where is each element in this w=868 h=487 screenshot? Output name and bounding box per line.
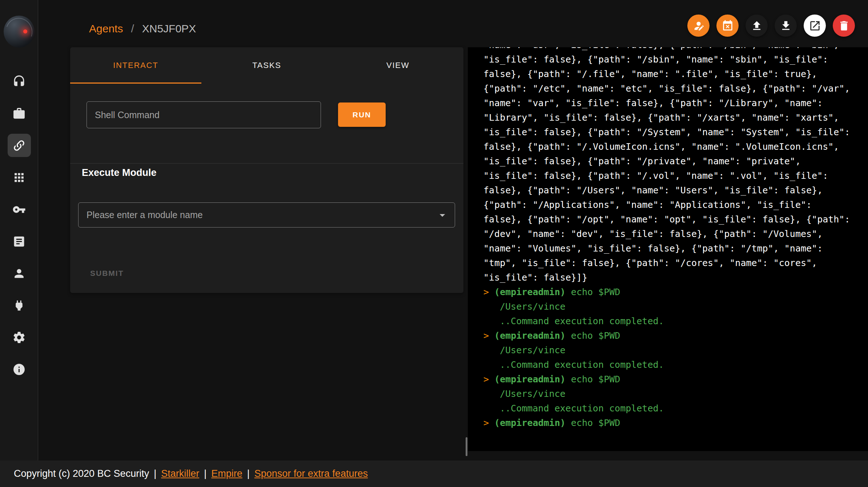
breadcrumb-agents-link[interactable]: Agents (89, 23, 123, 35)
sidebar-item-listeners[interactable] (8, 70, 31, 93)
terminal-user: (empireadmin) (494, 374, 571, 385)
terminal-command: echo $PWD (571, 418, 620, 428)
terminal-command-line: > (empireadmin) echo $PWD (483, 416, 868, 430)
terminal-json-line: false}, {"path": "/Users", "name": "User… (483, 183, 868, 198)
sidebar-item-about[interactable] (8, 358, 31, 381)
breadcrumb: Agents / XN5JF0PX (89, 21, 196, 37)
tab-view[interactable]: VIEW (332, 47, 463, 84)
starkiller-link[interactable]: Starkiller (161, 468, 199, 479)
terminal-command-line: > (empireadmin) echo $PWD (483, 372, 868, 387)
shell-command-input[interactable] (87, 102, 321, 128)
upload-icon (751, 20, 763, 32)
terminal-json-line: {"path": "/etc", "name": "etc", "is_file… (483, 81, 868, 96)
sidebar-item-stagers[interactable] (8, 102, 31, 125)
sidebar-item-users[interactable] (8, 262, 31, 285)
gear-icon (12, 331, 26, 344)
interact-card: INTERACTTASKSVIEW RUN Execute Module Ple… (70, 47, 463, 293)
footer-separator: | (154, 468, 156, 479)
terminal-prompt: > (483, 418, 494, 428)
chevron-down-icon (436, 209, 449, 222)
run-button[interactable]: RUN (338, 102, 386, 127)
sidebar-item-agents[interactable] (8, 134, 31, 157)
sidebar-item-modules[interactable] (8, 166, 31, 189)
kill-agent-button[interactable] (833, 15, 855, 37)
module-select[interactable]: Please enter a module name (78, 202, 455, 228)
module-select-placeholder: Please enter a module name (79, 210, 436, 220)
submit-button[interactable]: SUBMIT (81, 263, 133, 284)
notepad-icon (12, 235, 26, 248)
plug-icon (12, 299, 26, 312)
sponsor-link[interactable]: Sponsor for extra features (254, 468, 368, 479)
header-actions (687, 15, 855, 37)
terminal-json-line: "name": "Volumes", "is_file": false}, {"… (483, 241, 868, 256)
copyright-text: Copyright (c) 2020 BC Security (14, 468, 149, 479)
terminal-json-line: "tmp", "is_file": false}, {"path": "/cor… (483, 256, 868, 270)
execute-module-heading: Execute Module (82, 167, 157, 178)
footer: Copyright (c) 2020 BC Security | Starkil… (0, 460, 868, 487)
terminal-command: echo $PWD (571, 287, 620, 297)
terminal-output-line: ..Command execution completed. (483, 401, 868, 416)
terminal-user: (empireadmin) (494, 330, 571, 341)
download-file-button[interactable] (775, 15, 797, 37)
terminal-command-line: > (empireadmin) echo $PWD (483, 329, 868, 343)
upload-file-button[interactable] (746, 15, 768, 37)
terminal-output-line: /Users/vince (483, 387, 868, 401)
breadcrumb-separator: / (131, 23, 134, 35)
terminal-json-line: "name": "usr", "is_file": false}, {"path… (483, 47, 868, 52)
sidebar-item-plugins[interactable] (8, 294, 31, 317)
logo-red-eye-graphic (23, 29, 27, 33)
shell-command-field[interactable] (87, 101, 321, 128)
delete-icon (838, 20, 850, 32)
grid-icon (12, 171, 26, 184)
terminal-output-line: ..Command execution completed. (483, 358, 868, 372)
section-divider (70, 163, 463, 164)
terminal-json-line: false}, {"path": "/.VolumeIcon.icns", "n… (483, 140, 868, 154)
terminal-prompt: > (483, 287, 494, 297)
terminal-json-line: "Library", "is_file": false}, {"path": "… (483, 110, 868, 125)
sidebar (0, 0, 38, 460)
breadcrumb-agent-id: XN5JF0PX (142, 23, 196, 35)
terminal-command: echo $PWD (571, 330, 620, 341)
terminal-json-line: "is_file": false}]} (483, 270, 868, 285)
terminal-json-line: false}, {"path": "/opt", "name": "opt", … (483, 212, 868, 227)
sidebar-item-settings[interactable] (8, 326, 31, 349)
edit-agent-button[interactable] (687, 15, 710, 37)
terminal-json-line: "is_file": false}, {"path": "/sbin", "na… (483, 52, 868, 67)
terminal-command: echo $PWD (571, 374, 620, 385)
terminal-json-line: "/dev", "name": "dev", "is_file": false}… (483, 227, 868, 241)
empire-link[interactable]: Empire (211, 468, 242, 479)
info-icon (12, 363, 26, 376)
briefcase-icon (12, 107, 26, 120)
clear-tasks-button[interactable] (716, 15, 739, 37)
terminal-output-line: /Users/vince (483, 299, 868, 314)
popout-button[interactable] (804, 15, 826, 37)
terminal-prompt: > (483, 374, 494, 385)
open-in-new-icon (809, 20, 821, 32)
terminal-json-line: {"path": "/Applications", "name": "Appli… (483, 198, 868, 212)
tab-interact[interactable]: INTERACT (70, 47, 201, 84)
key-icon (12, 203, 26, 216)
terminal-output[interactable]: "name": "usr", "is_file": false}, {"path… (468, 47, 868, 451)
download-icon (780, 20, 792, 32)
logo-ring-graphic (1, 13, 37, 50)
account-edit-icon (692, 20, 705, 32)
tab-tasks[interactable]: TASKS (201, 47, 333, 84)
sidebar-item-reporting[interactable] (8, 230, 31, 253)
terminal-output-line: /Users/vince (483, 343, 868, 358)
terminal-json-line: "is_file": false}, {"path": "/private", … (483, 154, 868, 169)
terminal-json-line: false}, {"path": "/.file", "name": ".fil… (483, 67, 868, 81)
terminal-user: (empireadmin) (494, 287, 571, 297)
starkiller-app: Agents / XN5JF0PX INTERACTTASKSVIEW RUN … (0, 0, 868, 487)
terminal-output-line: ..Command execution completed. (483, 314, 868, 329)
calendar-remove-icon (722, 20, 734, 32)
terminal-command-line: > (empireadmin) echo $PWD (483, 285, 868, 299)
app-logo[interactable] (3, 15, 35, 48)
terminal-scrollbar-thumb[interactable] (466, 437, 467, 456)
terminal-json-line: "name": "var", "is_file": false}, {"path… (483, 96, 868, 110)
headphones-icon (12, 75, 26, 88)
sidebar-item-credentials[interactable] (8, 198, 31, 221)
terminal-prompt: > (483, 330, 494, 341)
user-icon (12, 267, 26, 280)
sidebar-nav (0, 70, 38, 390)
tab-bar: INTERACTTASKSVIEW (70, 47, 463, 84)
